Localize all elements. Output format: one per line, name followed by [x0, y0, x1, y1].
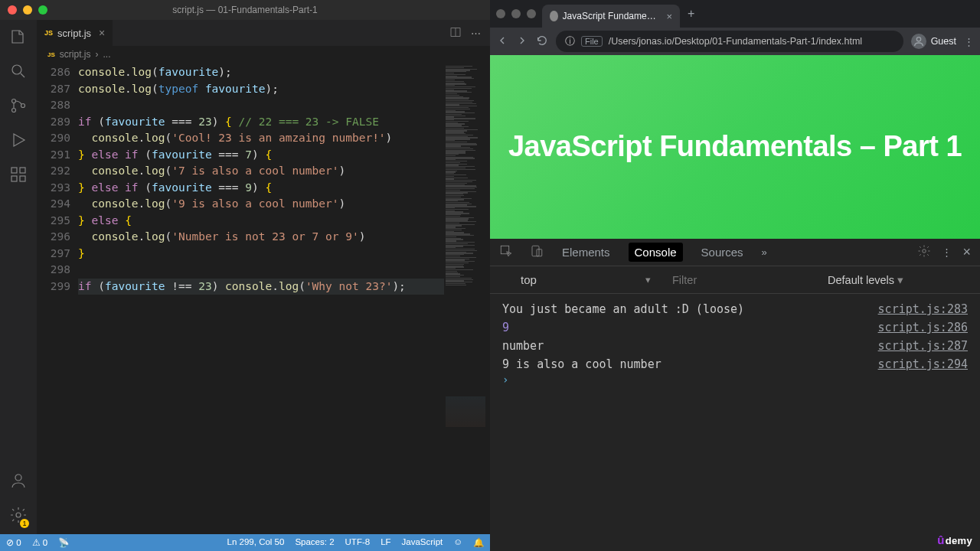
svg-point-2 — [12, 109, 16, 112]
svg-rect-7 — [20, 176, 25, 181]
filter-input[interactable] — [672, 274, 817, 286]
devtools-tabbar: Elements Console Sources » ⋮ × — [490, 239, 980, 266]
svg-rect-4 — [11, 168, 17, 173]
source-link[interactable]: script.js:287 — [878, 339, 968, 353]
svg-point-3 — [21, 104, 25, 108]
tab-title: JavaScript Fundamentals – Pa — [563, 11, 658, 21]
udemy-watermark: demy — [937, 533, 972, 546]
tab-script-js[interactable]: JS script.js × — [37, 20, 113, 46]
console-prompt[interactable]: › — [502, 373, 968, 386]
address-bar[interactable]: ⓘ File /Users/jonas.io/Desktop/01-Fundam… — [556, 31, 903, 52]
svg-point-8 — [15, 474, 21, 481]
log-levels-selector[interactable]: Default levels ▾ — [828, 274, 903, 286]
svg-rect-12 — [501, 246, 509, 254]
js-file-icon: JS — [44, 29, 53, 37]
search-icon[interactable] — [9, 62, 28, 83]
svg-point-11 — [916, 37, 920, 41]
eol[interactable]: LF — [381, 537, 390, 548]
language-mode[interactable]: JavaScript — [402, 537, 443, 548]
maximize-window-icon[interactable] — [38, 5, 47, 15]
svg-point-1 — [12, 99, 16, 103]
breadcrumb[interactable]: JS script.js › ... — [37, 46, 490, 63]
kebab-menu-icon[interactable]: ⋮ — [964, 36, 974, 47]
vscode-window: script.js — 01-Fundamentals-Part-1 JS sc… — [0, 0, 490, 551]
problems-errors[interactable]: ⊘ 0 — [6, 537, 21, 548]
close-tab-icon[interactable]: × — [666, 11, 672, 22]
chevron-down-icon: ▾ — [645, 274, 651, 285]
maximize-window-icon[interactable] — [527, 9, 536, 18]
url-text: /Users/jonas.io/Desktop/01-Fundamentals-… — [609, 36, 862, 47]
svg-rect-13 — [532, 246, 539, 256]
new-tab-button[interactable]: + — [680, 7, 702, 21]
console-toolbar: top ▾ Default levels ▾ — [490, 266, 980, 294]
js-file-icon: JS — [47, 51, 55, 58]
cursor-position[interactable]: Ln 299, Col 50 — [227, 537, 285, 548]
problems-warnings[interactable]: ⚠ 0 — [32, 537, 48, 548]
minimize-window-icon[interactable] — [511, 9, 521, 18]
encoding[interactable]: UTF-8 — [345, 537, 371, 548]
inspect-element-icon[interactable] — [499, 244, 513, 260]
more-tabs-icon[interactable]: » — [762, 246, 767, 258]
activity-bar — [0, 20, 37, 534]
svg-rect-6 — [11, 176, 17, 181]
page-title: JavaScript Fundamentals – Part 1 — [508, 127, 962, 166]
close-window-icon[interactable] — [8, 5, 17, 15]
statusbar: ⊘ 0 ⚠ 0 📡 Ln 299, Col 50 Spaces: 2 UTF-8… — [0, 534, 490, 551]
guest-avatar-icon — [911, 34, 926, 49]
tab-console[interactable]: Console — [629, 243, 683, 262]
editor-tabs: JS script.js × ⋯ — [37, 20, 490, 46]
minimap[interactable] — [444, 63, 490, 534]
svg-point-15 — [923, 249, 926, 253]
console-line: numberscript.js:287 — [502, 337, 968, 355]
source-link[interactable]: script.js:286 — [878, 321, 968, 334]
device-toolbar-icon[interactable] — [530, 244, 544, 260]
context-selector[interactable]: top ▾ — [521, 273, 651, 286]
devtools-panel: Elements Console Sources » ⋮ × top ▾ Def… — [490, 239, 980, 551]
chrome-window: JavaScript Fundamentals – Pa × + ⓘ File … — [490, 0, 980, 551]
indentation[interactable]: Spaces: 2 — [295, 537, 334, 548]
source-control-icon[interactable] — [9, 96, 28, 117]
favicon-icon — [550, 11, 558, 21]
tab-sources[interactable]: Sources — [700, 243, 745, 262]
close-tab-icon[interactable]: × — [99, 27, 105, 39]
page-content: JavaScript Fundamentals – Part 1 — [490, 55, 980, 239]
tab-elements[interactable]: Elements — [560, 243, 612, 262]
devtools-menu-icon[interactable]: ⋮ — [942, 246, 952, 258]
go-live-icon[interactable]: 📡 — [58, 537, 69, 548]
browser-tab[interactable]: JavaScript Fundamentals – Pa × — [542, 5, 680, 28]
explorer-icon[interactable] — [9, 28, 28, 48]
vscode-titlebar: script.js — 01-Fundamentals-Part-1 — [0, 0, 490, 20]
svg-point-9 — [16, 513, 21, 517]
devtools-settings-icon[interactable] — [917, 244, 931, 260]
source-link[interactable]: script.js:294 — [878, 357, 968, 371]
console-line: You just became an adult :D (loose)scrip… — [502, 300, 968, 318]
back-icon[interactable] — [496, 34, 508, 49]
notifications-icon[interactable]: 🔔 — [473, 537, 484, 548]
minimize-window-icon[interactable] — [23, 5, 32, 15]
run-debug-icon[interactable] — [9, 131, 28, 152]
console-line: 9script.js:286 — [502, 318, 968, 337]
browser-toolbar: ⓘ File /Users/jonas.io/Desktop/01-Fundam… — [490, 28, 980, 55]
account-icon[interactable] — [9, 471, 28, 492]
reload-icon[interactable] — [536, 34, 548, 49]
console-line: 9 is also a cool numberscript.js:294 — [502, 355, 968, 373]
more-actions-icon[interactable]: ⋯ — [471, 28, 481, 39]
info-icon[interactable]: ⓘ — [565, 35, 575, 48]
devtools-close-icon[interactable]: × — [962, 244, 971, 260]
tab-filename: script.js — [57, 28, 91, 39]
browser-tabbar: JavaScript Fundamentals – Pa × + — [490, 0, 980, 28]
code-editor[interactable]: 2862872882892902912922932942952962972982… — [37, 63, 490, 534]
forward-icon[interactable] — [516, 34, 528, 49]
source-link[interactable]: script.js:283 — [878, 302, 968, 316]
chevron-down-icon: ▾ — [897, 274, 903, 286]
profile-guest[interactable]: Guest — [911, 34, 956, 49]
extensions-icon[interactable] — [9, 165, 28, 186]
settings-gear-icon[interactable] — [9, 506, 28, 527]
feedback-icon[interactable]: ☺ — [453, 537, 462, 548]
svg-rect-5 — [20, 168, 25, 173]
svg-point-0 — [12, 65, 21, 74]
close-window-icon[interactable] — [496, 9, 505, 18]
console-output[interactable]: You just became an adult :D (loose)scrip… — [490, 294, 980, 551]
window-title: script.js — 01-Fundamentals-Part-1 — [0, 5, 490, 15]
split-editor-icon[interactable] — [449, 26, 462, 41]
